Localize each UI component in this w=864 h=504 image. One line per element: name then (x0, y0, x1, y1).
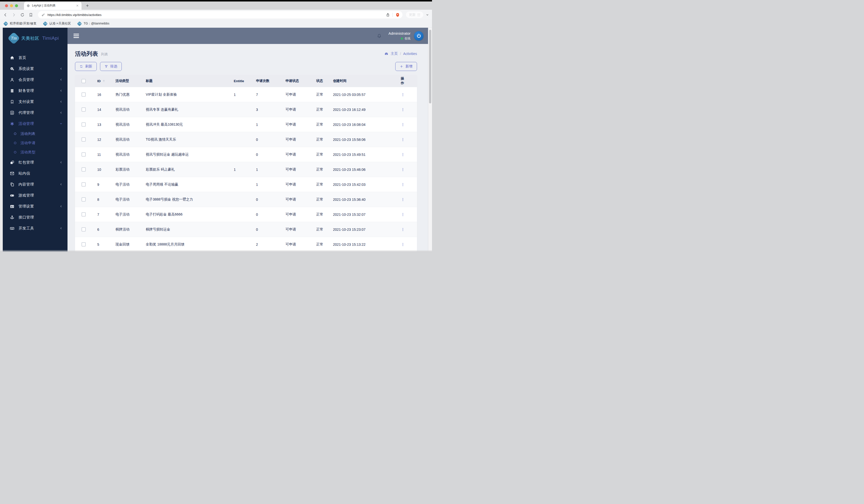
chevron-down-icon[interactable] (426, 13, 429, 16)
sidebar-item-game-management[interactable]: 游戏管理 (3, 190, 68, 201)
row-checkbox[interactable] (82, 182, 86, 187)
add-button[interactable]: 新增 (395, 62, 417, 71)
cell-id: 5 (97, 243, 116, 246)
close-window-button[interactable] (5, 4, 8, 7)
cell-title-value: 电子周周领 不论输赢 (146, 182, 178, 187)
bookmark-item[interactable]: Tm认准->天美社区 (44, 22, 71, 26)
column-header[interactable]: ID (97, 79, 116, 83)
bookmark-page-icon[interactable] (28, 12, 33, 17)
filter-button[interactable]: 筛选 (100, 62, 122, 71)
row-actions-button[interactable] (401, 212, 405, 217)
row-actions-button[interactable] (401, 227, 405, 232)
sidebar-subitem-activity-type[interactable]: 活动类型 (3, 148, 68, 157)
sidebar-item-member-management[interactable]: 会员管理 (3, 74, 68, 85)
refresh-button[interactable]: 刷新 (75, 62, 97, 71)
cell-created: 2021-10-23 15:42:03 (333, 183, 401, 187)
sidebar-item-admin-settings[interactable]: 管理设置 (3, 201, 68, 212)
address-bar[interactable]: https://k8.timibbs.vip/timibbs/activitie… (38, 11, 403, 19)
table-row: 5现金回馈全勤奖 18888元月月回馈2可申请正常2021-10-23 15:1… (75, 237, 417, 252)
sidebar-item-agent-management[interactable]: 代理管理 (3, 107, 68, 118)
cell-actions (401, 182, 417, 187)
sidebar-subitem-activity-apply[interactable]: 活动申请 (3, 138, 68, 148)
sidebar-item-label: 接口管理 (19, 215, 62, 220)
table-body: 16热门优惠VIP星计划 全新体验17可申请正常2021-10-25 03:05… (75, 87, 417, 252)
sidebar-item-site-message[interactable]: 站内信 (3, 168, 68, 179)
cell-apply_status: 可申请 (286, 137, 316, 142)
browser-tab[interactable]: LeyApi | 活动列表 (24, 1, 82, 10)
sidebar-item-api-management[interactable]: 接口管理 (3, 212, 68, 223)
row-checkbox[interactable] (82, 93, 86, 97)
row-checkbox[interactable] (82, 107, 86, 112)
zoom-window-button[interactable] (15, 4, 18, 7)
share-icon[interactable] (386, 13, 390, 17)
online-status-label: 在线 (405, 36, 410, 41)
browser-update-button[interactable]: 更新 (406, 12, 423, 18)
sidebar-item-finance-management[interactable]: 财务管理 (3, 85, 68, 96)
gamepad-icon (10, 193, 14, 198)
sidebar-item-dev-tools[interactable]: 开发工具 (3, 223, 68, 234)
brand[interactable]: Tm 天美社区 TimiApi (3, 33, 68, 44)
sidebar-subitem-activity-list[interactable]: 活动列表 (3, 129, 68, 138)
forward-icon[interactable] (12, 12, 16, 17)
back-icon[interactable] (3, 12, 8, 17)
row-checkbox[interactable] (82, 137, 86, 142)
cell-created-value: 2021-10-23 15:32:07 (333, 212, 365, 217)
breadcrumb-home[interactable]: 主页 (391, 51, 398, 56)
cell-apply_status: 可申请 (286, 122, 316, 127)
cell-created: 2021-10-23 15:46:06 (333, 168, 401, 172)
row-actions-button[interactable] (401, 167, 405, 172)
row-checkbox-cell (75, 242, 97, 246)
close-tab-icon[interactable] (76, 4, 79, 7)
row-checkbox[interactable] (82, 227, 86, 232)
tab-title: LeyApi | 活动列表 (32, 3, 74, 8)
cell-status: 正常 (316, 167, 333, 172)
sidebar-item-label: 财务管理 (19, 88, 60, 93)
row-checkbox[interactable] (82, 122, 86, 127)
row-actions-button[interactable] (401, 107, 405, 112)
scrollbar[interactable] (428, 28, 432, 252)
row-actions-button[interactable] (401, 152, 405, 157)
new-tab-button[interactable] (85, 4, 89, 8)
scrollbar-thumb[interactable] (429, 30, 431, 103)
column-header: 活动类型 (116, 79, 146, 83)
url-text[interactable]: https://k8.timibbs.vip/timibbs/activitie… (48, 13, 386, 17)
site-settings-icon[interactable] (41, 13, 45, 17)
tm-favicon-icon: Tm (77, 21, 82, 26)
cell-status-value: 正常 (316, 227, 323, 232)
cell-type: 视讯活动 (116, 152, 146, 157)
breadcrumb-separator: / (400, 52, 401, 56)
row-actions-button[interactable] (401, 137, 405, 142)
cell-created-value: 2021-10-23 15:58:06 (333, 138, 365, 142)
user-menu[interactable]: Administrator 在线 (388, 31, 410, 41)
column-header: 申请状态 (286, 79, 316, 83)
row-actions-button[interactable] (401, 182, 405, 187)
row-checkbox[interactable] (82, 197, 86, 201)
sidebar-item-payment-settings[interactable]: 支付设置 (3, 96, 68, 107)
brave-shields-icon[interactable] (395, 12, 400, 17)
logout-button[interactable] (414, 31, 423, 41)
cell-id-value: 8 (97, 198, 99, 201)
row-checkbox[interactable] (82, 242, 86, 246)
sidebar-item-redpacket-management[interactable]: 红包管理 (3, 157, 68, 168)
row-checkbox[interactable] (82, 152, 86, 157)
row-checkbox[interactable] (82, 167, 86, 172)
cell-count: 2 (256, 243, 286, 246)
row-actions-button[interactable] (401, 122, 405, 127)
sidebar-item-activity-management[interactable]: 活动管理 (3, 118, 68, 129)
row-actions-button[interactable] (401, 92, 405, 97)
row-actions-button[interactable] (401, 242, 405, 247)
minimize-window-button[interactable] (10, 4, 13, 7)
sidebar-item-system-settings[interactable]: 系统设置 (3, 63, 68, 74)
column-header-label: 标题 (146, 79, 153, 83)
sidebar-item-content-management[interactable]: 内容管理 (3, 179, 68, 190)
notifications-bell-icon[interactable] (376, 33, 382, 39)
row-checkbox[interactable] (82, 212, 86, 217)
row-actions-button[interactable] (401, 197, 405, 202)
reload-icon[interactable] (20, 12, 25, 17)
sidebar-toggle-icon[interactable] (73, 34, 79, 38)
bookmark-item[interactable]: TmTG：@tianmeibbs (78, 22, 109, 26)
cell-apply_status: 可申请 (286, 152, 316, 157)
select-all-checkbox[interactable] (82, 79, 86, 83)
bookmark-item[interactable]: Tm程序搭建/开发/修复 (4, 22, 36, 26)
sidebar-item-home[interactable]: 首页 (3, 52, 68, 63)
